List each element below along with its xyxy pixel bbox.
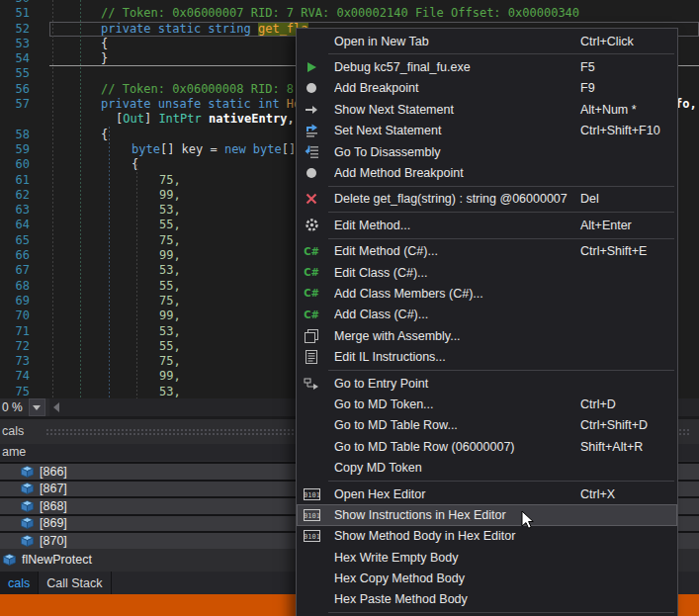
menu-item-merge-with-assembly[interactable]: Merge with Assembly... [297, 325, 677, 346]
line-number: 65 [0, 233, 49, 248]
code-token: { [131, 157, 138, 171]
menu-item-label: Add Method Breakpoint [334, 166, 580, 180]
line-number: 55 [0, 66, 49, 81]
line-number: 72 [0, 339, 49, 354]
hex-icon: 0101 [299, 488, 324, 500]
menu-item-delete-get-flag-string-string-06000007[interactable]: Delete get_flag(string) : string @060000… [297, 189, 677, 210]
menu-item-show-method-body-in-hex-editor[interactable]: 0101Show Method Body in Hex Editor [297, 526, 677, 547]
code-token: 99, [159, 248, 181, 262]
local-variable-icon [21, 466, 34, 478]
code-token: [] key = [160, 142, 224, 156]
indent-guide [136, 164, 137, 398]
tab-label: cals [8, 576, 30, 590]
menu-item-add-method-breakpoint[interactable]: Add Method Breakpoint [297, 162, 677, 183]
menu-item-copy-md-token[interactable]: Copy MD Token [297, 457, 677, 478]
menu-item-go-to-md-table-row-06000007[interactable]: Go to MD Table Row (06000007)Shift+Alt+R [297, 436, 677, 457]
menu-item-edit-il-instructions[interactable]: Edit IL Instructions... [297, 346, 677, 367]
line-number: 54 [0, 51, 49, 66]
menu-item-edit-method[interactable]: Edit Method...Alt+Enter [297, 215, 677, 235]
indent-guide [109, 127, 110, 398]
code-token: 99, [159, 308, 181, 322]
svg-text:0101: 0101 [304, 533, 320, 541]
svg-text:0101: 0101 [304, 511, 320, 519]
code-text[interactable]: // Token: 0x06000007 RID: 7 RVA: 0x00002… [49, 6, 699, 21]
menu-shortcut: Alt+Num * [580, 103, 677, 117]
csharp-icon: C# [299, 267, 324, 278]
menu-separator [297, 610, 677, 615]
hex-icon: 0101 [299, 530, 324, 542]
code-token: // Token: 0x06000007 RID: 7 RVA: 0x00002… [101, 6, 579, 20]
delete-icon [299, 193, 324, 205]
menu-item-edit-class-c[interactable]: C#Edit Class (C#)... [297, 262, 677, 283]
menu-item-label: Add Class Members (C#)... [334, 287, 580, 301]
menu-item-hex-write-empty-body[interactable]: Hex Write Empty Body [297, 547, 677, 568]
code-token: private static string [101, 22, 258, 36]
menu-item-go-to-entry-point[interactable]: Go to Entry Point [297, 373, 677, 394]
code-token: ] [144, 112, 158, 126]
dnspy-window: 5051// Token: 0x06000007 RID: 7 RVA: 0x0… [0, 0, 699, 616]
menu-item-label: Edit IL Instructions... [334, 350, 580, 364]
menu-item-label: Go To Disassembly [334, 145, 580, 159]
menu-item-go-to-disassembly[interactable]: Go To Disassembly [297, 141, 677, 162]
menu-item-label: Add Class (C#)... [334, 308, 580, 321]
code-token: 75, [159, 233, 181, 247]
menu-item-label: Show Method Body in Hex Editor [334, 529, 580, 543]
zoom-level: 0 % [0, 400, 29, 414]
locals-row-label: [869] [40, 516, 67, 530]
menu-item-label: Show Instructions in Hex Editor [334, 508, 580, 522]
locals-row-label: [868] [40, 499, 67, 513]
menu-item-label: Go to Entry Point [334, 377, 580, 391]
menu-item-label: Add Breakpoint [334, 81, 580, 95]
line-number [0, 112, 49, 127]
context-menu: Open in New TabCtrl+ClickDebug kc57_fina… [296, 28, 678, 616]
code-token: 53, [159, 324, 181, 338]
code-token: 53, [159, 203, 181, 217]
line-number: 60 [0, 157, 49, 172]
line-number: 67 [0, 263, 49, 278]
line-number: 51 [0, 6, 49, 21]
menu-item-add-breakpoint[interactable]: Add BreakpointF9 [297, 78, 677, 99]
line-number: 73 [0, 354, 49, 369]
line-number: 69 [0, 294, 49, 308]
code-token: 53, [159, 385, 181, 398]
tab-locals[interactable]: cals [0, 572, 39, 594]
menu-item-label: Set Next Statement [334, 124, 580, 137]
menu-item-show-next-statement[interactable]: Show Next StatementAlt+Num * [297, 99, 677, 120]
line-number: 70 [0, 308, 49, 323]
menu-item-show-instructions-in-hex-editor[interactable]: 0101Show Instructions in Hex Editor [297, 504, 677, 525]
assembly-icon [299, 329, 324, 343]
menu-item-hex-copy-method-body[interactable]: Hex Copy Method Body [297, 568, 677, 588]
csharp-icon: C# [299, 246, 324, 257]
line-number: 58 [0, 128, 49, 142]
menu-item-open-in-new-tab[interactable]: Open in New TabCtrl+Click [297, 31, 677, 51]
name-column-label: ame [2, 445, 26, 459]
csharp-icon: C# [299, 309, 324, 320]
mouse-cursor [521, 510, 535, 530]
code-token: 53, [159, 263, 181, 277]
menu-item-add-class-members-c[interactable]: C#Add Class Members (C#)... [297, 283, 677, 304]
entrypoint-icon [299, 377, 324, 391]
code-token: 99, [159, 369, 181, 383]
menu-shortcut: F5 [580, 60, 677, 74]
menu-item-open-hex-editor[interactable]: 0101Open Hex EditorCtrl+X [297, 484, 677, 504]
play-icon [299, 61, 324, 73]
menu-item-go-to-md-table-row[interactable]: Go to MD Table Row...Ctrl+Shift+D [297, 415, 677, 436]
tab-label: Call Stack [46, 576, 102, 590]
locals-row-label: flNewProtect [22, 553, 92, 567]
menu-item-debug-kc57-final-fu-exe[interactable]: Debug kc57_final_fu.exeF5 [297, 56, 677, 77]
menu-item-set-next-statement[interactable]: Set Next StatementCtrl+Shift+F10 [297, 121, 677, 141]
tab-call-stack[interactable]: Call Stack [39, 572, 111, 594]
menu-item-label: Hex Paste Method Body [334, 592, 580, 606]
code-token: 75, [159, 354, 181, 368]
menu-item-hex-paste-method-body[interactable]: Hex Paste Method Body [297, 589, 677, 610]
menu-item-go-to-md-token[interactable]: Go to MD Token...Ctrl+D [297, 394, 677, 414]
line-number: 63 [0, 203, 49, 218]
local-variable-icon [3, 554, 16, 566]
code-token: 75, [159, 294, 181, 308]
menu-item-add-class-c[interactable]: C#Add Class (C#)... [297, 305, 677, 325]
menu-item-edit-method-c[interactable]: C#Edit Method (C#)...Ctrl+Shift+E [297, 241, 677, 262]
code-token: Out [123, 112, 144, 126]
zoom-dropdown-button[interactable] [29, 398, 45, 416]
method-breakpoint-icon [299, 167, 324, 179]
code-token: { [101, 37, 108, 50]
